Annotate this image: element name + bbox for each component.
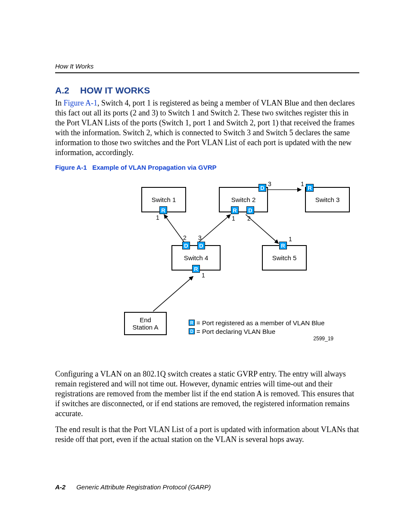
switch-5-port1-R: R bbox=[279, 242, 287, 249]
figure-diagram: Switch 1 R 1 Switch 2 D 3 R 1 D 2 Switch… bbox=[107, 176, 359, 361]
switch-4-label: Switch 4 bbox=[184, 254, 209, 261]
legend-D-tag: D bbox=[189, 328, 195, 334]
switch-3-label: Switch 3 bbox=[315, 196, 340, 203]
figure-id: 2599_19 bbox=[313, 336, 333, 342]
page: How It Works A.2HOW IT WORKS In Figure A… bbox=[0, 0, 411, 532]
text: In bbox=[55, 99, 64, 107]
switch-4-port2-D: D bbox=[182, 242, 190, 249]
switch-5-port1-num: 1 bbox=[289, 236, 292, 243]
switch-1-label: Switch 1 bbox=[152, 196, 176, 203]
figure-link[interactable]: Figure A-1 bbox=[64, 99, 98, 107]
switch-2-port1-num: 1 bbox=[232, 215, 235, 222]
switch-4-port1-num: 1 bbox=[202, 272, 205, 279]
footer-page-number: A-2 bbox=[55, 483, 65, 491]
end-station-a-box: End Station A bbox=[124, 312, 167, 335]
end-station-a-label-1: End bbox=[140, 316, 151, 324]
legend-R-tag: R bbox=[189, 320, 195, 326]
figure-label: Figure A-1 bbox=[55, 164, 87, 171]
figure-title: Example of VLAN Propagation via GVRP bbox=[92, 164, 216, 171]
switch-3-port1-R: R bbox=[306, 184, 314, 192]
switch-2-port3-num: 3 bbox=[268, 180, 271, 187]
end-station-a-label-2: Station A bbox=[132, 324, 158, 331]
page-footer: A-2 Generic Attribute Registration Proto… bbox=[55, 483, 211, 491]
switch-3-port1-num: 1 bbox=[301, 180, 304, 187]
text: , Switch 4, port 1 is registered as bein… bbox=[55, 99, 355, 157]
switch-1-port1-num: 1 bbox=[156, 214, 159, 221]
running-header: How It Works bbox=[55, 62, 359, 70]
switch-2-port2-num: 2 bbox=[247, 215, 251, 222]
switch-4-port3-D: D bbox=[197, 242, 205, 249]
switch-2-port2-D: D bbox=[246, 206, 254, 214]
footer-title: Generic Attribute Registration Protocol … bbox=[76, 483, 211, 491]
intro-paragraph: In Figure A-1, Switch 4, port 1 is regis… bbox=[55, 98, 359, 158]
switch-4-port1-R: R bbox=[192, 265, 200, 273]
figure-caption: Figure A-1 Example of VLAN Propagation v… bbox=[55, 164, 359, 171]
svg-line-1 bbox=[164, 215, 184, 242]
switch-2-port1-R: R bbox=[231, 206, 239, 214]
paragraph-3: The end result is that the Port VLAN Lis… bbox=[55, 425, 359, 445]
section-title: HOW IT WORKS bbox=[80, 85, 150, 95]
figure-legend: R = Port registered as a member of VLAN … bbox=[189, 318, 324, 336]
header-rule bbox=[55, 72, 359, 73]
section-number: A.2 bbox=[55, 85, 80, 96]
switch-4-port3-num: 3 bbox=[198, 234, 202, 241]
svg-line-0 bbox=[153, 277, 193, 311]
switch-1-port-R: R bbox=[159, 206, 167, 214]
paragraph-2: Configuring a VLAN on an 802.1Q switch c… bbox=[55, 369, 359, 419]
switch-4-port2-num: 2 bbox=[183, 234, 187, 241]
switch-2-port3-D: D bbox=[258, 184, 266, 192]
switch-2-label: Switch 2 bbox=[231, 196, 256, 203]
legend-R-text: = Port registered as a member of VLAN Bl… bbox=[196, 319, 324, 327]
legend-row-r: R = Port registered as a member of VLAN … bbox=[189, 318, 324, 327]
section-heading: A.2HOW IT WORKS bbox=[55, 85, 359, 96]
legend-D-text: = Port declaring VLAN Blue bbox=[196, 328, 275, 335]
switch-5-label: Switch 5 bbox=[272, 254, 297, 261]
svg-line-2 bbox=[199, 215, 230, 242]
legend-row-d: D = Port declaring VLAN Blue bbox=[189, 327, 324, 336]
